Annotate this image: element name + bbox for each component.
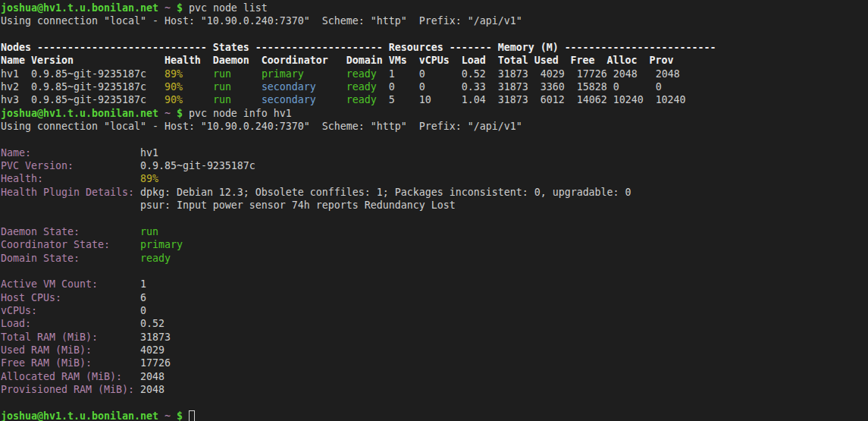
text-segment [61,292,140,303]
info-label: Health: [1,173,43,184]
info-label: vCPUs: [1,305,37,316]
info-value: 17726 [140,357,171,369]
info-value: 6 [140,292,146,303]
text-segment [98,278,140,290]
text-segment [110,239,140,250]
text-segment [231,81,262,93]
info-value: run [140,226,158,237]
text-segment [171,410,177,421]
info-value: 0 [140,305,146,316]
terminal-line: hv3 0.9.85~git-9235187c 90% run secondar… [1,93,868,106]
info-value: ready [140,253,171,264]
text-segment [122,371,140,382]
node-health: 89% [165,68,183,80]
info-label: Host CPUs: [1,292,61,303]
daemon-state: run [213,68,231,80]
node-resources: 5 10 1.04 31873 6012 14062 10240 10240 [377,94,686,105]
terminal-line: Domain State: ready [1,252,868,265]
command-text: pvc node list [183,2,268,14]
terminal-screen[interactable]: joshua@hv1.t.u.bonilan.net ~ $ pvc node … [0,0,868,421]
text-segment [134,384,140,395]
info-label: Free RAM (MiB): [1,357,92,369]
text-segment [231,94,262,105]
text-segment [304,68,346,80]
info-label: Used RAM (MiB): [1,344,92,356]
terminal-line: Health Plugin Details: dpkg: Debian 12.3… [1,186,868,199]
prompt-cwd: ~ [165,2,171,14]
terminal-line [1,396,868,409]
terminal-line: Using connection "local" - Host: "10.90.… [1,120,868,133]
info-value: 31873 [140,331,171,343]
table-column-header: Name Version Health Daemon Coordinator D… [1,55,674,66]
text-segment [31,318,140,329]
terminal-line [1,28,868,41]
text-segment [158,410,165,421]
command-text: pvc node info hv1 [183,108,292,119]
terminal-line: hv1 0.9.85~git-9235187c 89% run primary … [1,68,868,80]
text-segment [80,226,140,237]
terminal-line: hv2 0.9.85~git-9235187c 90% run secondar… [1,80,868,93]
info-value: 2048 [140,371,165,382]
text-segment [183,81,213,93]
text-segment [171,2,177,14]
terminal-line: vCPUs: 0 [1,304,868,317]
info-value: 2048 [140,384,165,395]
info-value: dpkg: Debian 12.3; Obsolete conffiles: 1… [140,187,631,198]
info-value: primary [140,239,183,250]
info-label: Active VM Count: [1,278,98,290]
text-segment [1,200,140,211]
prompt-cwd: ~ [165,108,171,119]
node-health: 90% [165,94,183,105]
node-name-version: hv3 0.9.85~git-9235187c [1,94,165,105]
info-value: 0.52 [140,318,165,329]
domain-state: ready [346,68,377,80]
text-segment [158,108,165,119]
text-segment [134,187,140,198]
terminal-line [1,133,868,146]
terminal-line: Load: 0.52 [1,317,868,330]
info-label: Coordinator State: [1,239,110,250]
info-label: Provisioned RAM (MiB): [1,384,134,395]
info-value: 1 [140,278,146,290]
info-label: Name: [1,147,31,159]
info-value: 0.9.85~git-9235187c [140,160,255,171]
prompt-cwd: ~ [165,410,171,421]
text-segment [183,94,213,105]
node-resources: 1 0 0.52 31873 4029 17726 2048 2048 [377,68,680,80]
text-segment [316,81,346,93]
terminal-line: Active VM Count: 1 [1,278,868,291]
terminal-line: Free RAM (MiB): 17726 [1,357,868,369]
info-label: Total RAM (MiB): [1,331,98,343]
info-value: psur: Input power sensor 74h reports Red… [140,200,456,211]
terminal-line: Allocated RAM (MiB): 2048 [1,370,868,383]
text-segment [183,410,189,421]
terminal-line: Daemon State: run [1,225,868,238]
prompt-user-host: joshua@hv1.t.u.bonilan.net [1,2,158,14]
text-segment [183,68,213,80]
text-segment [231,68,262,80]
domain-state: ready [346,94,377,105]
terminal-line: Health: 89% [1,172,868,185]
prompt-symbol: $ [177,2,183,14]
table-group-header: Nodes ---------------------------- State… [1,42,716,53]
terminal-line [1,212,868,225]
domain-state: ready [346,81,377,93]
terminal-line [1,265,868,278]
node-name-version: hv2 0.9.85~git-9235187c [1,81,165,93]
prompt-symbol: $ [177,108,183,119]
info-label: Load: [1,318,31,329]
terminal-line: Name: hv1 [1,146,868,159]
node-resources: 0 0 0.33 31873 3360 15828 0 0 [377,81,662,93]
terminal-line: joshua@hv1.t.u.bonilan.net ~ $ pvc node … [1,107,868,120]
coordinator-state: primary [262,68,304,80]
connection-info: Using connection "local" - Host: "10.90.… [1,121,522,132]
info-value: hv1 [140,147,158,159]
terminal-line: Using connection "local" - Host: "10.90.… [1,14,868,27]
text-segment [43,173,140,184]
daemon-state: run [213,81,231,93]
text-segment [171,108,177,119]
prompt-symbol: $ [177,410,183,421]
terminal-line: joshua@hv1.t.u.bonilan.net ~ $ pvc node … [1,2,868,14]
terminal-line: joshua@hv1.t.u.bonilan.net ~ $ [1,410,868,421]
info-label: Health Plugin Details: [1,187,134,198]
